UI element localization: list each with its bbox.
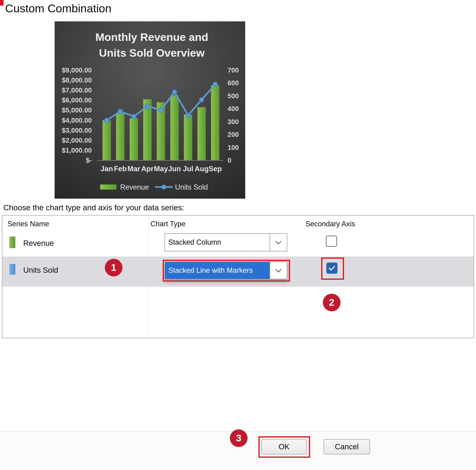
svg-text:700: 700 — [228, 67, 239, 74]
svg-text:$1,000.00: $1,000.00 — [62, 147, 92, 154]
header-series-name: Series Name — [7, 220, 49, 228]
svg-text:Revenue: Revenue — [120, 183, 149, 191]
revenue-chart-type-dropdown[interactable]: Stacked Column — [165, 233, 287, 251]
svg-text:$7,000.00: $7,000.00 — [62, 86, 92, 94]
annotation-step-2: 2 — [323, 294, 340, 311]
instruction-text: Choose the chart type and axis for your … — [3, 203, 184, 212]
annotation-step-3: 3 — [230, 429, 248, 447]
svg-text:Sep: Sep — [208, 165, 222, 173]
annotation-step-1: 1 — [105, 259, 122, 276]
chevron-down-icon — [275, 267, 281, 272]
svg-text:$2,000.00: $2,000.00 — [62, 137, 92, 144]
header-chart-type: Chart Type — [150, 220, 186, 228]
revenue-series-swatch — [9, 236, 15, 248]
chevron-down-icon — [275, 238, 281, 244]
series-table: Series Name Chart Type Secondary Axis Re… — [2, 215, 474, 338]
svg-text:Mar: Mar — [127, 165, 140, 173]
header-secondary-axis: Secondary Axis — [306, 220, 355, 228]
svg-text:Units Sold: Units Sold — [175, 183, 208, 191]
svg-text:Jan: Jan — [101, 165, 113, 173]
revenue-series-label: Revenue — [23, 239, 54, 248]
svg-text:Feb: Feb — [114, 165, 127, 173]
svg-text:Aug: Aug — [195, 165, 208, 173]
svg-text:Jun: Jun — [168, 165, 181, 173]
svg-text:600: 600 — [228, 79, 239, 87]
svg-text:200: 200 — [228, 131, 239, 138]
svg-text:500: 500 — [228, 92, 239, 100]
units-sold-chart-type-dropdown-button[interactable] — [270, 262, 287, 279]
svg-text:Units Sold Overview: Units Sold Overview — [99, 47, 205, 59]
units-sold-chart-type-dropdown[interactable]: Stacked Line with Markers — [165, 262, 287, 279]
dialog-title: Custom Combination — [5, 2, 112, 15]
chart-preview: Monthly Revenue andUnits Sold Overview$9… — [55, 21, 245, 199]
units-sold-series-swatch — [9, 264, 15, 275]
units-sold-chart-type-value: Stacked Line with Markers — [165, 262, 270, 279]
svg-text:Apr: Apr — [141, 165, 153, 173]
combo-chart: Monthly Revenue andUnits Sold Overview$9… — [55, 21, 245, 199]
svg-text:400: 400 — [228, 105, 239, 112]
svg-text:$5,000.00: $5,000.00 — [62, 106, 92, 114]
cancel-button[interactable]: Cancel — [323, 439, 370, 454]
svg-text:300: 300 — [228, 118, 239, 125]
svg-text:$6,000.00: $6,000.00 — [62, 96, 92, 104]
custom-combination-dialog: Custom Combination Monthly Revenue andUn… — [0, 0, 476, 470]
revenue-chart-type-dropdown-button[interactable] — [270, 234, 287, 251]
svg-text:$3,000.00: $3,000.00 — [62, 127, 92, 134]
ok-button[interactable]: OK — [261, 439, 307, 454]
checkmark-icon — [329, 264, 335, 271]
svg-text:0: 0 — [228, 157, 231, 164]
units-sold-series-label: Units Sold — [23, 266, 58, 275]
svg-text:$9,000.00: $9,000.00 — [62, 67, 92, 74]
svg-text:$8,000.00: $8,000.00 — [62, 76, 92, 84]
svg-text:$4,000.00: $4,000.00 — [62, 117, 92, 124]
svg-text:100: 100 — [228, 144, 239, 151]
revenue-secondary-axis-checkbox[interactable] — [326, 235, 337, 247]
svg-text:Monthly Revenue and: Monthly Revenue and — [95, 31, 208, 43]
revenue-chart-type-value: Stacked Column — [165, 234, 270, 251]
svg-text:Jul: Jul — [183, 165, 193, 173]
svg-text:$-: $- — [86, 157, 92, 164]
units-sold-secondary-axis-checkbox[interactable] — [326, 263, 338, 274]
red-corner-artifact — [0, 0, 3, 6]
svg-text:May: May — [154, 165, 168, 173]
